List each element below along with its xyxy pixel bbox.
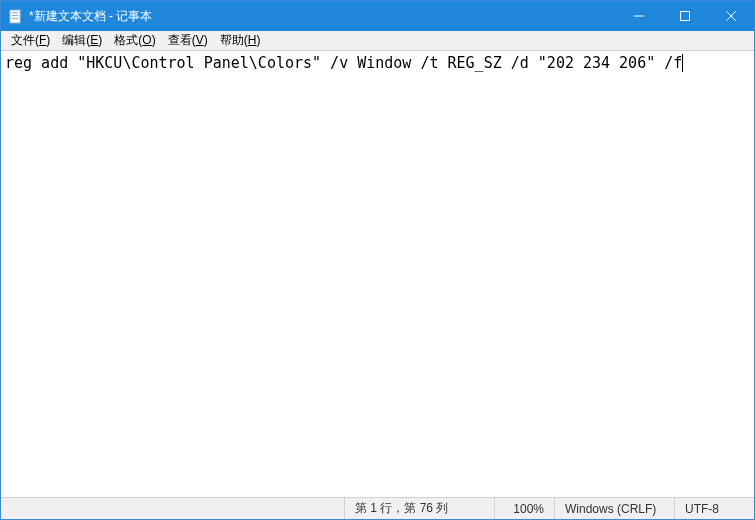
text-caret <box>682 54 683 72</box>
statusbar: 第 1 行，第 76 列 100% Windows (CRLF) UTF-8 <box>1 497 754 519</box>
status-line-ending: Windows (CRLF) <box>554 498 674 519</box>
minimize-button[interactable] <box>616 1 662 31</box>
close-button[interactable] <box>708 1 754 31</box>
menu-format[interactable]: 格式(O) <box>108 31 161 50</box>
status-encoding: UTF-8 <box>674 498 754 519</box>
status-position: 第 1 行，第 76 列 <box>344 498 494 519</box>
menu-view[interactable]: 查看(V) <box>162 31 214 50</box>
svg-rect-0 <box>9 9 19 22</box>
svg-rect-5 <box>681 12 690 21</box>
menubar: 文件(F) 编辑(E) 格式(O) 查看(V) 帮助(H) <box>1 31 754 51</box>
menu-help[interactable]: 帮助(H) <box>214 31 267 50</box>
menu-file[interactable]: 文件(F) <box>5 31 56 50</box>
status-spacer <box>1 498 344 519</box>
menu-edit[interactable]: 编辑(E) <box>56 31 108 50</box>
notepad-window: *新建文本文档 - 记事本 文件(F) 编辑(E) 格式(O) 查看(V) 帮助… <box>0 0 755 520</box>
maximize-button[interactable] <box>662 1 708 31</box>
editor-text: reg add "HKCU\Control Panel\Colors" /v W… <box>5 54 682 72</box>
titlebar[interactable]: *新建文本文档 - 记事本 <box>1 1 754 31</box>
text-editor[interactable]: reg add "HKCU\Control Panel\Colors" /v W… <box>1 51 754 497</box>
editor-content: reg add "HKCU\Control Panel\Colors" /v W… <box>1 51 754 75</box>
notepad-icon <box>7 8 23 24</box>
status-zoom: 100% <box>494 498 554 519</box>
window-title: *新建文本文档 - 记事本 <box>29 8 152 25</box>
